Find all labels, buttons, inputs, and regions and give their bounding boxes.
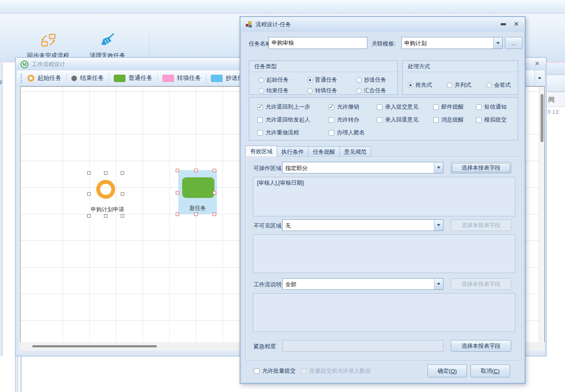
checkbox-input-return-opinion[interactable]: 录入回退意见	[377, 116, 418, 124]
selection-handle[interactable]	[213, 191, 216, 194]
toolbar-button-sync-unfinished[interactable]: 同步未完成流程	[15, 32, 81, 61]
task-node[interactable]	[182, 177, 214, 198]
checkbox-handler-anonymous[interactable]: 办理人匿名	[329, 129, 365, 137]
close-icon[interactable]: ✕	[533, 60, 541, 67]
select-report-field-button-4[interactable]: 选择本报表字段	[451, 340, 511, 352]
start-node[interactable]	[96, 180, 115, 199]
radio-icon	[447, 82, 452, 88]
legend-start-task[interactable]: 起始任务	[27, 74, 61, 82]
radio-copy-task[interactable]: 抄送任务	[356, 76, 386, 84]
left-partial-label: 作	[0, 79, 3, 87]
radio-merge-task[interactable]: 汇合任务	[356, 87, 386, 94]
app-logo-icon: M	[21, 61, 28, 68]
workflow-desc-combobox[interactable]: 全部	[282, 278, 443, 290]
toolbar-overflow-button[interactable]	[534, 70, 544, 86]
operable-area-textarea[interactable]: [审核人],[审核日期]	[253, 177, 515, 216]
selection-handle[interactable]	[121, 171, 124, 175]
selection-handle[interactable]	[104, 214, 107, 218]
selection-handle[interactable]	[176, 213, 179, 216]
template-browse-button[interactable]: ...	[505, 37, 522, 49]
workflow-window-title: 工作流程设计	[32, 61, 65, 68]
chevron-down-icon[interactable]	[434, 162, 443, 173]
radio-countersign[interactable]: 会签式	[486, 81, 511, 89]
checkbox-icon	[257, 104, 263, 110]
vertical-scrollbar[interactable]	[539, 87, 544, 342]
checkbox-icon	[254, 368, 260, 374]
tab-valid-area[interactable]: 有效区域	[245, 146, 277, 157]
checkbox-allow-revoke[interactable]: 允许撤销	[329, 103, 359, 111]
tab-opinion-standard[interactable]: 意见规范	[339, 146, 371, 157]
selection-handle[interactable]	[87, 192, 91, 196]
radio-transfer-task[interactable]: 转填任务	[307, 87, 337, 94]
radio-icon	[408, 82, 413, 88]
checkbox-input-submit-opinion[interactable]: 录入提交意见	[377, 103, 418, 111]
checkbox-email-reminder[interactable]: 邮件提醒	[433, 103, 464, 111]
toolbar-grip-handle[interactable]	[21, 73, 22, 83]
checkbox-allow-transfer[interactable]: 允许转办	[329, 116, 359, 124]
cancel-button[interactable]: 取消(C)	[470, 365, 510, 377]
checkbox-simulate-submit[interactable]: 模拟提交	[476, 116, 507, 124]
operable-area-combobox[interactable]: 指定部分	[282, 162, 443, 173]
right-window-column-header: 间	[547, 93, 565, 107]
chevron-down-icon[interactable]	[493, 37, 502, 49]
checkbox-message-reminder[interactable]: 消息提醒	[433, 116, 464, 124]
tab-task-reminder[interactable]: 任务提醒	[308, 146, 339, 157]
workflow-desc-textarea[interactable]	[253, 293, 515, 332]
selection-handle[interactable]	[213, 213, 216, 216]
selection-handle[interactable]	[104, 171, 107, 175]
selection-handle[interactable]	[194, 169, 198, 172]
selection-handle[interactable]	[176, 191, 179, 194]
legend-normal-task[interactable]: 普通任务	[114, 74, 153, 82]
selection-handle[interactable]	[176, 169, 179, 172]
selection-handle[interactable]	[213, 169, 216, 172]
radio-end-task[interactable]: 结束任务	[259, 87, 289, 94]
right-window-band	[547, 64, 565, 75]
invisible-area-textarea[interactable]	[253, 234, 515, 273]
chevron-down-icon[interactable]	[434, 279, 443, 289]
workflow-desc-value: 全部	[285, 281, 296, 289]
chevron-down-icon[interactable]	[434, 220, 443, 231]
legend-separator	[66, 74, 67, 82]
tab-exec-condition[interactable]: 执行条件	[277, 146, 308, 157]
radio-start-task[interactable]: 起始任务	[259, 76, 289, 84]
legend-transfer-task[interactable]: 转填任务	[162, 74, 201, 82]
radio-normal-task[interactable]: 普通任务	[307, 76, 337, 84]
select-report-field-button-1[interactable]: 选择本报表字段	[451, 162, 511, 173]
selection-handle[interactable]	[121, 214, 124, 218]
invisible-area-value: 无	[285, 222, 291, 230]
checkbox-icon	[257, 130, 263, 136]
invisible-area-label: 不可见区域	[253, 222, 281, 230]
selection-handle[interactable]	[194, 213, 198, 216]
invisible-area-combobox[interactable]: 无	[282, 219, 443, 231]
app-top-band	[0, 0, 565, 14]
process-mode-groupbox: 处理方式 抢先式 并列式 会签式	[402, 61, 518, 95]
legend-end-task[interactable]: 结束任务	[71, 74, 104, 82]
template-combobox[interactable]: 申购计划	[401, 37, 503, 49]
radio-parallel[interactable]: 并列式	[447, 81, 471, 89]
checkbox-allow-return-initiator[interactable]: 允许退回给发起人	[257, 116, 310, 124]
selection-handle[interactable]	[121, 192, 124, 196]
ok-button[interactable]: 确定(O)	[428, 365, 467, 377]
selection-handle[interactable]	[87, 214, 91, 218]
close-icon[interactable]: ✕	[513, 20, 519, 28]
toolbar-button-clean-invalid[interactable]: 清理无效任务	[82, 32, 132, 61]
radio-icon	[356, 77, 362, 83]
scrollbar-thumb[interactable]	[541, 94, 544, 142]
checkbox-allow-return-previous-step[interactable]: 允许退回到上一步	[257, 103, 310, 111]
checkbox-allow-batch-submit[interactable]: 允许批量提交	[254, 367, 296, 375]
minimize-icon[interactable]	[501, 23, 506, 25]
checkbox-icon	[476, 117, 482, 123]
radio-preemptive[interactable]: 抢先式	[408, 81, 432, 89]
selection-handle[interactable]	[87, 171, 91, 175]
checkbox-sms-notify[interactable]: 短信通知	[476, 103, 507, 111]
legend-separator	[109, 74, 109, 82]
broom-icon	[100, 33, 115, 49]
scrollbar-thumb[interactable]	[32, 345, 157, 347]
checkbox-allow-redo-process[interactable]: 允许重做流程	[257, 129, 299, 137]
background-left-edge	[0, 63, 3, 356]
sync-icon	[40, 33, 56, 49]
dialog-titlebar[interactable]: 流程设计-任务	[241, 17, 525, 32]
workflow-desc-label: 工作流说明	[253, 281, 281, 289]
task-name-input[interactable]	[269, 37, 367, 49]
checkbox-icon	[329, 104, 334, 110]
